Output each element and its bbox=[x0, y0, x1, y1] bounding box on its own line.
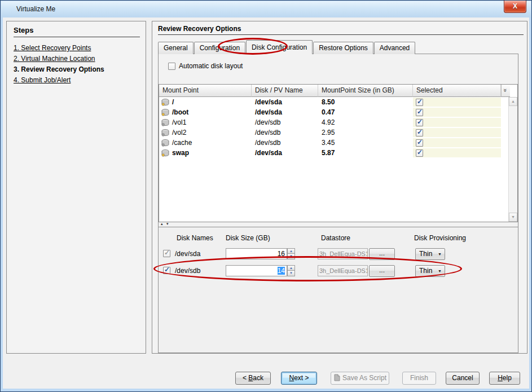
page-title: Review Recovery Options bbox=[158, 25, 241, 33]
mountpoint-size: 4.92 bbox=[318, 118, 413, 126]
table-row[interactable]: /vol1 /dev/sdb 4.92 ✓ bbox=[159, 117, 517, 127]
row-selected-checkbox[interactable]: ✓ bbox=[416, 149, 423, 157]
column-chooser-button[interactable]: » bbox=[501, 85, 510, 97]
tab-configuration[interactable]: Configuration bbox=[194, 42, 245, 54]
disk-pv-name: /dev/sda bbox=[252, 98, 318, 106]
disk-pv-name: /dev/sdb bbox=[252, 118, 318, 126]
step-item-select-recovery-points[interactable]: 1. Select Recovery Points bbox=[14, 44, 91, 52]
table-row[interactable]: /vol2 /dev/sdb 2.95 ✓ bbox=[159, 127, 517, 138]
title-bar[interactable]: Virtualize Me bbox=[1, 1, 531, 17]
row-selected-checkbox[interactable]: ✓ bbox=[416, 139, 423, 147]
disk-pv-name: /dev/sda bbox=[252, 149, 318, 157]
column-header-mountpoint-size[interactable]: MountPoint Size (in GB) bbox=[318, 85, 413, 97]
disk-configuration-tab-panel: ✓ Automatic disk layout Mount Point Disk… bbox=[158, 54, 518, 353]
disk-size-spinner: ▲ ▼ bbox=[287, 265, 295, 276]
step-item-review-recovery-options: 3. Review Recovery Options bbox=[14, 65, 104, 73]
disk-icon bbox=[161, 109, 169, 116]
provisioning-value: Thin bbox=[419, 250, 432, 258]
disk-icon bbox=[161, 99, 169, 106]
tab-general[interactable]: General bbox=[158, 42, 194, 54]
disk-size-input[interactable]: 16 bbox=[226, 248, 287, 259]
datastore-browse-button[interactable]: ... bbox=[369, 265, 395, 277]
row-selected-checkbox[interactable]: ✓ bbox=[416, 99, 423, 106]
close-button[interactable]: X bbox=[504, 1, 526, 13]
steps-divider bbox=[14, 37, 140, 37]
disk-size-input[interactable]: 14 bbox=[226, 265, 287, 276]
close-icon: X bbox=[513, 2, 517, 10]
next-button[interactable]: Next > bbox=[281, 372, 317, 385]
automatic-disk-layout-checkbox[interactable]: ✓ bbox=[168, 63, 175, 70]
vertical-scrollbar[interactable]: ▲ ▼ bbox=[508, 97, 517, 222]
splitter-up-icon[interactable]: ▴ bbox=[161, 222, 163, 226]
spinner-down-button[interactable]: ▼ bbox=[287, 254, 295, 259]
splitter-down-icon[interactable]: ▾ bbox=[166, 222, 169, 226]
mountpoint-size: 3.45 bbox=[318, 139, 413, 147]
step-item-submit-job-alert[interactable]: 4. Submit Job/Alert bbox=[14, 76, 71, 84]
check-icon: ✓ bbox=[417, 98, 423, 105]
table-row[interactable]: swap /dev/sda 5.87 ✓ bbox=[159, 148, 517, 158]
disk-provisioning-dropdown[interactable]: Thin▼ bbox=[415, 248, 445, 260]
datastore-header: Datastore bbox=[321, 234, 350, 242]
spinner-up-button[interactable]: ▲ bbox=[287, 265, 295, 271]
tab-disk-configuration[interactable]: Disk Configuration bbox=[246, 40, 313, 54]
table-header: Mount Point Disk / PV Name MountPoint Si… bbox=[159, 85, 517, 97]
check-icon: ✓ bbox=[417, 138, 423, 146]
disk-names-header: Disk Names bbox=[177, 234, 213, 242]
tab-restore-options[interactable]: Restore Options bbox=[313, 42, 373, 54]
scroll-up-button[interactable]: ▲ bbox=[509, 97, 517, 106]
disk-icon bbox=[161, 139, 169, 147]
disk-name-label: /dev/sdb bbox=[175, 267, 200, 275]
scroll-down-button[interactable]: ▼ bbox=[509, 213, 517, 222]
mount-point-table: Mount Point Disk / PV Name MountPoint Si… bbox=[159, 84, 518, 222]
spinner-down-button[interactable]: ▼ bbox=[287, 271, 295, 276]
spin-down-icon: ▼ bbox=[289, 271, 293, 275]
disk-icon bbox=[161, 149, 169, 157]
column-header-mount-point[interactable]: Mount Point bbox=[159, 85, 252, 97]
disk-size-spinner: ▲ ▼ bbox=[287, 248, 295, 259]
disk-enabled-checkbox[interactable]: ✓ bbox=[163, 250, 170, 257]
disk-provisioning-header: Disk Provisioning bbox=[414, 234, 466, 242]
mountpoint-size: 2.95 bbox=[318, 129, 413, 136]
disk-provisioning-dropdown[interactable]: Thin▼ bbox=[415, 265, 445, 277]
disk-name-label: /dev/sda bbox=[175, 250, 200, 258]
row-selected-checkbox[interactable]: ✓ bbox=[416, 129, 423, 136]
script-icon bbox=[333, 373, 340, 385]
disk-pv-name: /dev/sda bbox=[252, 108, 318, 116]
spinner-up-button[interactable]: ▲ bbox=[287, 248, 295, 254]
disk-size-value-selected: 14 bbox=[278, 267, 285, 275]
mount-point: swap bbox=[172, 149, 189, 157]
mount-point: / bbox=[172, 98, 174, 106]
disk-enabled-checkbox[interactable]: ✓ bbox=[163, 267, 170, 274]
check-icon: ✓ bbox=[164, 249, 170, 257]
mount-point: /vol2 bbox=[172, 129, 186, 136]
disk-icon bbox=[161, 129, 169, 136]
disk-size-header: Disk Size (GB) bbox=[226, 234, 270, 242]
mount-point: /vol1 bbox=[172, 118, 186, 126]
step-item-virtual-machine-location[interactable]: 2. Virtual Machine Location bbox=[14, 55, 95, 63]
main-panel: Review Recovery Options General Configur… bbox=[152, 21, 527, 354]
row-selected-checkbox[interactable]: ✓ bbox=[416, 109, 423, 116]
save-as-script-button[interactable]: Save As Script bbox=[331, 372, 389, 385]
back-button[interactable]: < Back bbox=[235, 372, 271, 385]
window-title: Virtualize Me bbox=[16, 5, 55, 13]
automatic-disk-layout-label: Automatic disk layout bbox=[179, 62, 243, 70]
finish-button[interactable]: Finish bbox=[402, 372, 436, 385]
table-row[interactable]: /boot /dev/sda 0.47 ✓ bbox=[159, 107, 517, 117]
table-row[interactable]: /cache /dev/sdb 3.45 ✓ bbox=[159, 138, 517, 148]
help-button[interactable]: Help bbox=[489, 372, 520, 385]
datastore-browse-button[interactable]: ... bbox=[369, 248, 395, 260]
table-row[interactable]: / /dev/sda 8.50 ✓ bbox=[159, 97, 517, 107]
double-chevron-icon: » bbox=[500, 89, 512, 92]
spin-down-icon: ▼ bbox=[289, 254, 293, 258]
dropdown-arrow-icon: ▼ bbox=[438, 266, 442, 276]
check-icon: ✓ bbox=[417, 128, 423, 136]
column-header-disk-pv-name[interactable]: Disk / PV Name bbox=[252, 85, 318, 97]
steps-heading: Steps bbox=[14, 26, 33, 34]
automatic-disk-layout-row: ✓ Automatic disk layout bbox=[168, 62, 243, 70]
cancel-button[interactable]: Cancel bbox=[446, 372, 480, 385]
column-header-selected[interactable]: Selected bbox=[413, 85, 501, 97]
mountpoint-size: 8.50 bbox=[318, 98, 413, 106]
datastore-field: 3h_DellEqua-DS1 bbox=[318, 265, 368, 276]
row-selected-checkbox[interactable]: ✓ bbox=[416, 119, 423, 126]
tab-advanced[interactable]: Advanced bbox=[374, 42, 415, 54]
